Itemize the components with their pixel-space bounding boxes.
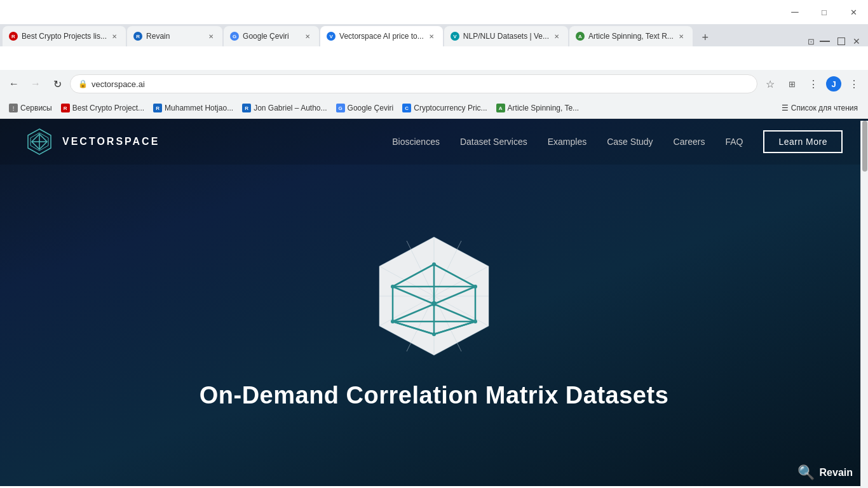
- scrollbar-thumb[interactable]: [862, 121, 867, 172]
- close-button[interactable]: ✕: [839, 3, 868, 22]
- reading-list-label: Список для чтения: [791, 104, 858, 112]
- bookmark-favicon: ⋮: [9, 104, 18, 112]
- nav-link[interactable]: Careers: [674, 137, 705, 147]
- bookmark-favicon: C: [402, 104, 411, 112]
- bookmark-label: Article Spinning, Te...: [508, 104, 580, 112]
- hero-title: On-Demand Correlation Matrix Datasets: [200, 382, 669, 409]
- bookmark-favicon: A: [496, 104, 505, 112]
- learn-more-button[interactable]: Learn More: [763, 130, 843, 153]
- logo-area: VECTORSPACE: [25, 128, 159, 156]
- browser-tab[interactable]: AArticle Spinning, Text R...✕: [569, 26, 693, 46]
- svg-point-24: [473, 285, 477, 288]
- tab-favicon: V: [327, 32, 336, 41]
- tab-close-button[interactable]: ✕: [206, 31, 216, 41]
- hero-graphic: [364, 229, 504, 369]
- nav-link[interactable]: Case Study: [607, 137, 653, 147]
- reload-button[interactable]: ↻: [48, 75, 66, 93]
- browser-tab[interactable]: GGoogle Çeviri✕: [224, 26, 319, 46]
- bookmark-label: Best Crypto Project...: [72, 104, 144, 112]
- window-control-bar: ─ □ ✕: [0, 0, 868, 24]
- tab-label: Best Crypto Projects lis...: [22, 32, 107, 41]
- minimize-button[interactable]: ─: [780, 3, 810, 22]
- browser-tab[interactable]: VNLP/NLU Datasets | Ve...✕: [444, 26, 568, 46]
- nav-links: BiosciencesDataset ServicesExamplesCase …: [392, 137, 743, 147]
- address-bar-row: ← → ↻ 🔒 vectorspace.ai ☆ ⊞ ⋮ J ⋮: [0, 70, 868, 98]
- bookmark-label: Сервисы: [20, 104, 52, 112]
- tab-bar: RBest Crypto Projects lis...✕RRevain✕GGo…: [0, 24, 868, 46]
- bookmarks-bar: ⋮СервисыRBest Crypto Project...RMuhammet…: [0, 98, 868, 118]
- tab-close-button[interactable]: ✕: [426, 31, 437, 41]
- maximize-button[interactable]: □: [810, 3, 839, 22]
- hero-section: On-Demand Correlation Matrix Datasets: [0, 165, 868, 486]
- tab-close-button[interactable]: ✕: [109, 31, 119, 41]
- tab-close-button[interactable]: ✕: [552, 31, 562, 41]
- bookmark-item[interactable]: CCryptocurrency Pric...: [398, 102, 491, 114]
- close-icon-top: ✕: [853, 36, 860, 46]
- minimize-icon: [820, 41, 830, 42]
- tab-label: Google Çeviri: [243, 32, 300, 41]
- bookmark-favicon: G: [336, 104, 345, 112]
- browser-tab[interactable]: RRevain✕: [127, 26, 222, 46]
- tab-label: Revain: [146, 32, 203, 41]
- revain-label: Revain: [820, 467, 853, 478]
- browser-tab[interactable]: RBest Crypto Projects lis...✕: [3, 26, 126, 46]
- bookmark-item[interactable]: RJon Gabriel – Autho...: [238, 102, 330, 114]
- browser-chrome-top: ─ □ ✕ RBest Crypto Projects lis...✕RReva…: [0, 0, 868, 70]
- tab-favicon: V: [451, 32, 459, 41]
- svg-point-22: [432, 262, 436, 266]
- bookmark-item[interactable]: ⋮Сервисы: [5, 102, 56, 114]
- nav-link[interactable]: Dataset Services: [460, 137, 527, 147]
- revain-search-icon: 🔍: [797, 464, 815, 481]
- bookmark-favicon: R: [153, 104, 162, 112]
- svg-point-25: [391, 320, 395, 323]
- browser-scrollbar[interactable]: [860, 121, 868, 488]
- tab-label: Article Spinning, Text R...: [588, 32, 674, 41]
- more-options-button[interactable]: ⋮: [845, 75, 863, 93]
- bookmark-label: Muhammet Hotjao...: [165, 104, 233, 112]
- logo-icon: [25, 128, 53, 156]
- bookmark-label: Jon Gabriel – Autho...: [254, 104, 327, 112]
- tab-favicon: R: [9, 32, 18, 41]
- nav-link[interactable]: Examples: [548, 137, 587, 147]
- tab-close-button[interactable]: ✕: [302, 31, 313, 41]
- bookmarks-right: ☰ Список для чтения: [776, 102, 863, 114]
- security-lock-icon: 🔒: [78, 79, 88, 88]
- restore-icon: [837, 37, 845, 45]
- svg-point-27: [432, 332, 436, 336]
- translate-button[interactable]: ⊞: [783, 75, 801, 93]
- svg-point-23: [391, 285, 395, 288]
- tab-label: NLP/NLU Datasets | Ve...: [463, 32, 549, 41]
- tab-favicon: A: [576, 32, 585, 41]
- tab-favicon: R: [133, 32, 142, 41]
- bookmark-item[interactable]: GGoogle Çeviri: [332, 102, 398, 114]
- site-navbar: VECTORSPACE BiosciencesDataset ServicesE…: [0, 119, 868, 165]
- tab-close-button[interactable]: ✕: [676, 31, 686, 41]
- address-box[interactable]: 🔒 vectorspace.ai: [70, 74, 757, 93]
- bookmark-label: Google Çeviri: [348, 104, 394, 112]
- tab-label: Vectorspace AI price to...: [339, 32, 424, 41]
- settings-button[interactable]: ⋮: [804, 75, 822, 93]
- reading-list-button[interactable]: ☰ Список для чтения: [776, 102, 863, 114]
- browser-toolbar: ← → ↻ 🔒 vectorspace.ai ☆ ⊞ ⋮ J ⋮ ⋮Сервис…: [0, 70, 868, 119]
- nav-link[interactable]: Biosciences: [392, 137, 440, 147]
- svg-point-26: [473, 320, 477, 323]
- bookmark-label: Cryptocurrency Pric...: [414, 104, 487, 112]
- bookmark-item[interactable]: AArticle Spinning, Te...: [492, 102, 583, 114]
- forward-button[interactable]: →: [27, 75, 44, 93]
- reading-list-icon: ☰: [782, 104, 789, 112]
- new-tab-button[interactable]: +: [696, 29, 714, 46]
- bookmark-item[interactable]: RBest Crypto Project...: [57, 102, 148, 114]
- logo-text: VECTORSPACE: [62, 136, 159, 147]
- browser-tab[interactable]: VVectorspace AI price to...✕: [320, 26, 443, 46]
- tab-favicon: G: [230, 32, 239, 41]
- website-content: VECTORSPACE BiosciencesDataset ServicesE…: [0, 119, 868, 486]
- bookmark-star-button[interactable]: ☆: [761, 75, 779, 93]
- back-button[interactable]: ←: [5, 75, 23, 93]
- profile-avatar[interactable]: J: [826, 76, 841, 92]
- nav-link[interactable]: FAQ: [725, 137, 743, 147]
- bookmark-favicon: R: [61, 104, 70, 112]
- revain-widget: 🔍 Revain: [790, 459, 860, 486]
- svg-point-28: [431, 301, 437, 306]
- bookmark-item[interactable]: RMuhammet Hotjao...: [149, 102, 237, 114]
- url-text: vectorspace.ai: [92, 79, 145, 89]
